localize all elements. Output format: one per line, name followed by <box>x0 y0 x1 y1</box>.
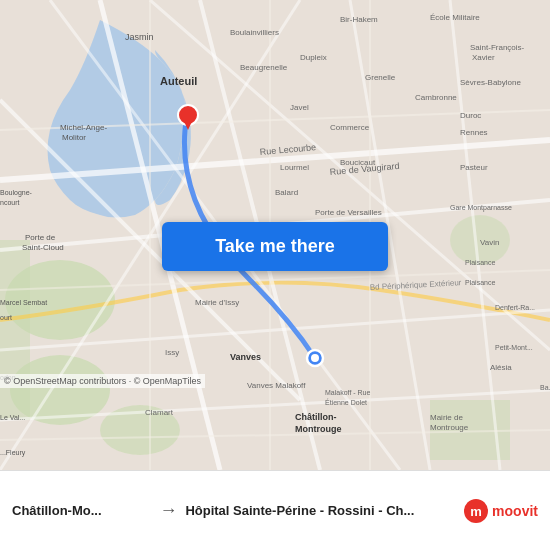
svg-text:ncourt: ncourt <box>0 199 20 206</box>
destination-label: Hôpital Sainte-Périne - Rossini - Ch... <box>185 503 464 518</box>
svg-text:Pasteur: Pasteur <box>460 163 488 172</box>
svg-text:Montrouge: Montrouge <box>430 423 469 432</box>
svg-text:École Militaire: École Militaire <box>430 13 480 22</box>
svg-text:Saint-Cloud: Saint-Cloud <box>22 243 64 252</box>
moovit-logo-text: moovit <box>492 503 538 519</box>
svg-text:Plaisance: Plaisance <box>465 259 495 266</box>
svg-text:Rennes: Rennes <box>460 128 488 137</box>
svg-text:Jasmin: Jasmin <box>125 32 154 42</box>
svg-text:Malakoff - Rue: Malakoff - Rue <box>325 389 370 396</box>
svg-text:Étienne Dolet: Étienne Dolet <box>325 398 367 406</box>
svg-text:Clamart: Clamart <box>145 408 174 417</box>
svg-text:Alésia: Alésia <box>490 363 512 372</box>
footer: Châtillon-Mo... → Hôpital Sainte-Périne … <box>0 470 550 550</box>
svg-text:Ba...: Ba... <box>540 384 550 391</box>
svg-text:Vavin: Vavin <box>480 238 499 247</box>
svg-text:Denfert-Ra...: Denfert-Ra... <box>495 304 535 311</box>
svg-text:Javel: Javel <box>290 103 309 112</box>
svg-text:Duroc: Duroc <box>460 111 481 120</box>
svg-text:Lourmel: Lourmel <box>280 163 309 172</box>
svg-text:Issy: Issy <box>165 348 179 357</box>
svg-text:Gare Montparnasse: Gare Montparnasse <box>450 204 512 212</box>
svg-rect-3 <box>0 240 30 420</box>
svg-text:Grenelle: Grenelle <box>365 73 396 82</box>
svg-text:Boucicaut: Boucicaut <box>340 158 376 167</box>
svg-text:Balard: Balard <box>275 188 298 197</box>
svg-text:Porte de: Porte de <box>25 233 56 242</box>
svg-text:Boulainvilliers: Boulainvilliers <box>230 28 279 37</box>
svg-text:Auteuil: Auteuil <box>160 75 197 87</box>
svg-text:...Fleury: ...Fleury <box>0 449 26 457</box>
svg-text:Petit-Mont...: Petit-Mont... <box>495 344 533 351</box>
svg-text:Porte de Versailles: Porte de Versailles <box>315 208 382 217</box>
svg-text:Vanves: Vanves <box>230 352 261 362</box>
svg-text:Bir-Hakem: Bir-Hakem <box>340 15 378 24</box>
origin-label: Châtillon-Mo... <box>12 503 151 518</box>
svg-point-81 <box>311 354 319 362</box>
svg-text:Molitor: Molitor <box>62 133 86 142</box>
svg-text:Dupleix: Dupleix <box>300 53 327 62</box>
svg-text:Commerce: Commerce <box>330 123 370 132</box>
map-attribution: © OpenStreetMap contributors · © OpenMap… <box>0 374 205 388</box>
svg-text:Mairie d'Issy: Mairie d'Issy <box>195 298 239 307</box>
svg-text:Boulogne-: Boulogne- <box>0 189 33 197</box>
svg-text:ourt: ourt <box>0 314 12 321</box>
svg-text:Xavier: Xavier <box>472 53 495 62</box>
svg-text:m: m <box>470 504 482 519</box>
svg-text:Marcel Sembat: Marcel Sembat <box>0 299 47 306</box>
arrow-icon: → <box>159 500 177 521</box>
svg-text:Sèvres-Babylone: Sèvres-Babylone <box>460 78 521 87</box>
svg-text:Michel-Ange-: Michel-Ange- <box>60 123 107 132</box>
svg-text:Châtillon-: Châtillon- <box>295 412 337 422</box>
svg-text:Vanves Malakoff: Vanves Malakoff <box>247 381 306 390</box>
svg-text:Montrouge: Montrouge <box>295 424 342 434</box>
map-container: Rue Lecourbe Rue de Vaugirard Bd Périphé… <box>0 0 550 470</box>
svg-text:Saint-François-: Saint-François- <box>470 43 525 52</box>
svg-text:Plaisance: Plaisance <box>465 279 495 286</box>
svg-text:Cambronne: Cambronne <box>415 93 457 102</box>
moovit-logo: m moovit <box>464 499 538 523</box>
svg-text:Mairie de: Mairie de <box>430 413 463 422</box>
svg-text:Beaugrenelle: Beaugrenelle <box>240 63 288 72</box>
take-me-there-button[interactable]: Take me there <box>162 222 388 271</box>
moovit-logo-icon: m <box>464 499 488 523</box>
svg-text:Le Val...: Le Val... <box>0 414 25 421</box>
